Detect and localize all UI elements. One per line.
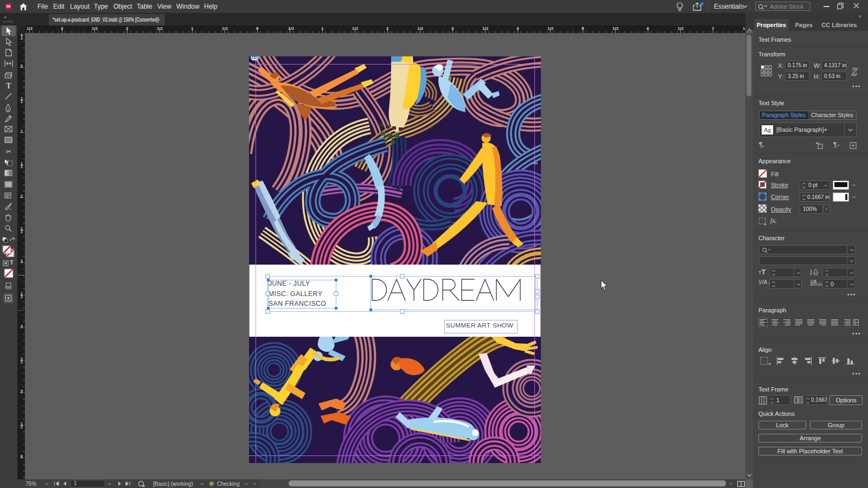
svg-text:SAN FRANCISCO: SAN FRANCISCO [269,300,326,307]
svg-text:JUNE - JULY: JUNE - JULY [269,280,310,287]
svg-text:SUMMER ART SHOW: SUMMER ART SHOW [446,322,514,329]
svg-text:MISC. GALLERY: MISC. GALLERY [269,290,322,298]
